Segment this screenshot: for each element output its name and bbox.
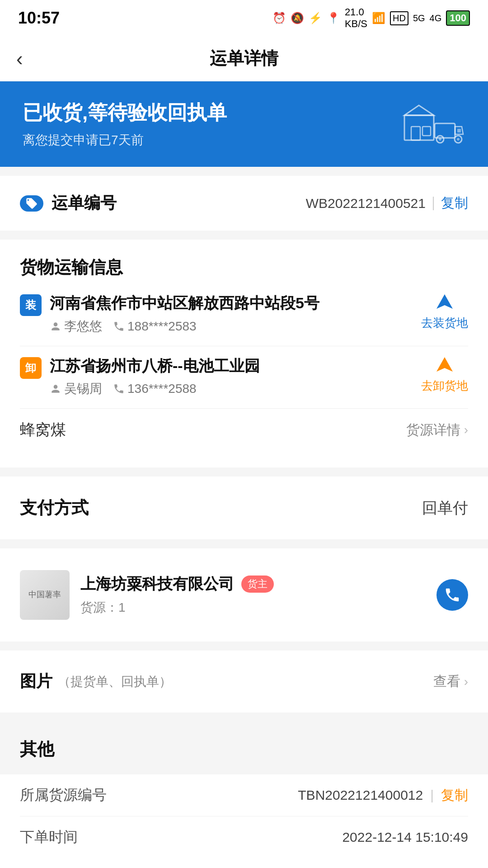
payment-label: 支付方式 — [20, 496, 89, 519]
svg-point-7 — [439, 138, 441, 141]
company-card: 中国薯率 上海坊粟科技有限公司 货主 货源：1 — [0, 548, 488, 642]
origin-badge: 装 — [20, 294, 42, 316]
waybill-label: 运单编号 — [52, 192, 117, 214]
speed-label: 21.0KB/S — [345, 6, 367, 30]
images-row: 图片 （提货单、回执单） 查看 › — [20, 667, 468, 696]
svg-rect-0 — [404, 115, 434, 140]
payment-row: 支付方式 回单付 — [20, 493, 468, 523]
order-time-label: 下单时间 — [20, 827, 78, 847]
others-title: 其他 — [0, 722, 488, 761]
origin-left: 装 河南省焦作市中站区解放西路中站段5号 李悠悠 188****2583 — [20, 292, 412, 335]
origin-address: 河南省焦作市中站区解放西路中站段5号 — [50, 292, 412, 314]
svg-marker-11 — [436, 357, 453, 372]
waybill-left: 运单编号 — [20, 192, 117, 214]
cargo-section-title: 货物运输信息 — [20, 256, 468, 279]
cargo-name: 蜂窝煤 — [20, 420, 66, 440]
cargo-info-card: 货物运输信息 装 河南省焦作市中站区解放西路中站段5号 李悠悠 188****2… — [0, 240, 488, 467]
destination-block: 卸 江苏省扬州市八桥--电池工业园 吴锡周 136****2588 — [20, 355, 468, 398]
destination-contact: 吴锡周 136****2588 — [50, 380, 412, 397]
shipper-badge: 货主 — [241, 576, 274, 593]
order-time-value: 2022-12-14 15:10:49 — [342, 830, 468, 845]
signal-5g-icon: 5G — [413, 13, 425, 24]
svg-point-9 — [457, 138, 460, 141]
destination-left: 卸 江苏省扬州市八桥--电池工业园 吴锡周 136****2588 — [20, 355, 412, 398]
origin-text: 河南省焦作市中站区解放西路中站段5号 李悠悠 188****2583 — [50, 292, 412, 335]
destination-text: 江苏省扬州市八桥--电池工业园 吴锡周 136****2588 — [50, 355, 412, 398]
page-title: 运单详情 — [210, 47, 278, 70]
payment-value: 回单付 — [422, 498, 468, 519]
svg-rect-3 — [422, 127, 431, 136]
waybill-card: 运单编号 WB2022121400521 复制 — [0, 176, 488, 231]
svg-rect-2 — [411, 127, 420, 140]
waybill-right: WB2022121400521 复制 — [306, 194, 468, 212]
hd-icon: HD — [390, 11, 408, 25]
images-card: 图片 （提货单、回执单） 查看 › — [0, 651, 488, 712]
destination-badge: 卸 — [20, 357, 42, 379]
source-number-label: 所属货源编号 — [20, 785, 107, 805]
waybill-copy-button[interactable]: 复制 — [441, 194, 468, 212]
call-company-button[interactable] — [436, 579, 468, 611]
destination-address: 江苏省扬州市八桥--电池工业园 — [50, 355, 412, 377]
company-name: 上海坊粟科技有限公司 — [80, 574, 234, 594]
origin-person: 李悠悠 — [50, 318, 102, 335]
company-source: 货源：1 — [80, 599, 274, 616]
other-row-source: 所属货源编号 TBN2022121400012 | 复制 — [20, 774, 468, 816]
tag-icon — [20, 195, 43, 212]
warehouse-truck-icon — [402, 102, 465, 147]
wifi-icon: 📶 — [372, 12, 385, 24]
status-icons: ⏰ 🔕 ⚡ 📍 21.0KB/S 📶 HD 5G 4G 100 — [272, 6, 470, 30]
company-info: 上海坊粟科技有限公司 货主 货源：1 — [80, 574, 274, 616]
source-number-value: TBN2022121400012 | 复制 — [298, 786, 468, 805]
alarm-icon: ⏰ — [272, 12, 286, 24]
source-divider: | — [430, 788, 434, 803]
others-section: 其他 所属货源编号 TBN2022121400012 | 复制 下单时间 202… — [0, 722, 488, 868]
origin-phone: 188****2583 — [113, 319, 197, 334]
mute-icon: 🔕 — [291, 12, 304, 24]
company-logo-inner: 中国薯率 — [20, 570, 70, 620]
banner-main-title: 已收货,等待验收回执单 — [23, 99, 227, 126]
battery-indicator: 100 — [446, 10, 470, 26]
back-button[interactable]: ‹ — [16, 47, 23, 70]
company-name-row: 上海坊粟科技有限公司 货主 — [80, 574, 274, 594]
destination-phone: 136****2588 — [113, 382, 197, 396]
waybill-number: WB2022121400521 — [306, 196, 426, 211]
payment-card: 支付方式 回单付 — [0, 476, 488, 539]
destination-navigate-button[interactable]: 去卸货地 — [421, 355, 468, 394]
origin-navigate-button[interactable]: 去装货地 — [421, 292, 468, 331]
header: ‹ 运单详情 — [0, 36, 488, 81]
status-time: 10:57 — [18, 9, 60, 28]
source-copy-button[interactable]: 复制 — [441, 786, 468, 805]
divider — [433, 197, 434, 210]
status-banner: 已收货,等待验收回执单 离您提交申请已7天前 — [0, 81, 488, 167]
view-images-button[interactable]: 查看 › — [433, 672, 468, 691]
svg-rect-5 — [457, 129, 461, 132]
cargo-detail-link[interactable]: 货源详情 › — [406, 421, 468, 439]
chevron-right-icon: › — [464, 675, 468, 689]
images-sub: （提货单、回执单） — [58, 673, 172, 690]
company-left: 中国薯率 上海坊粟科技有限公司 货主 货源：1 — [20, 570, 274, 620]
company-logo: 中国薯率 — [20, 570, 70, 620]
images-label: 图片 — [20, 670, 52, 693]
location-icon: 📍 — [327, 12, 340, 24]
origin-block: 装 河南省焦作市中站区解放西路中站段5号 李悠悠 188****2583 — [20, 292, 468, 335]
waybill-row: 运单编号 WB2022121400521 复制 — [20, 192, 468, 214]
origin-contact: 李悠悠 188****2583 — [50, 318, 412, 335]
banner-sub-title: 离您提交申请已7天前 — [23, 132, 227, 149]
company-block: 中国薯率 上海坊粟科技有限公司 货主 货源：1 — [20, 565, 468, 625]
status-bar: 10:57 ⏰ 🔕 ⚡ 📍 21.0KB/S 📶 HD 5G 4G 100 — [0, 0, 488, 36]
cargo-row: 蜂窝煤 货源详情 › — [20, 408, 468, 451]
origin-row: 装 河南省焦作市中站区解放西路中站段5号 李悠悠 188****2583 — [20, 292, 468, 335]
destination-person: 吴锡周 — [50, 380, 102, 397]
other-row-order-time: 下单时间 2022-12-14 15:10:49 — [20, 816, 468, 858]
chevron-right-icon: › — [464, 423, 468, 437]
signal-4g-icon: 4G — [430, 13, 442, 24]
banner-text: 已收货,等待验收回执单 离您提交申请已7天前 — [23, 99, 227, 149]
destination-row: 卸 江苏省扬州市八桥--电池工业园 吴锡周 136****2588 — [20, 355, 468, 398]
others-card: 所属货源编号 TBN2022121400012 | 复制 下单时间 2022-1… — [0, 774, 488, 868]
svg-marker-10 — [436, 294, 453, 309]
images-left: 图片 （提货单、回执单） — [20, 670, 172, 693]
bluetooth-icon: ⚡ — [309, 12, 322, 24]
svg-marker-1 — [404, 105, 434, 115]
